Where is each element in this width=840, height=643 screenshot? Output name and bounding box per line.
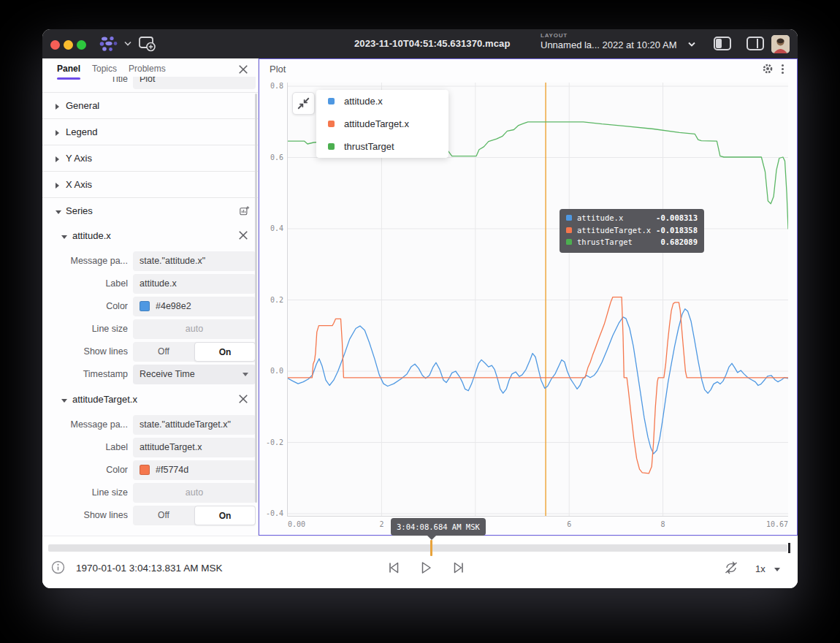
data-source-title[interactable]: 2023-11-10T04:51:45.631370.mcap bbox=[354, 38, 522, 49]
y-tick-label: -0.2 bbox=[266, 438, 283, 446]
playback-controls bbox=[386, 560, 467, 579]
section-series[interactable]: Series bbox=[42, 197, 258, 224]
chevron-right-icon bbox=[56, 156, 59, 162]
color-input[interactable]: #4e98e2 bbox=[133, 297, 256, 316]
layout-selector[interactable]: LAYOUT Unnamed la... 2022 at 10:20 AM bbox=[541, 32, 687, 50]
plot-panel-header: Plot bbox=[259, 59, 797, 78]
chevron-down-icon bbox=[61, 399, 67, 403]
color-input[interactable]: #f5774d bbox=[133, 460, 256, 480]
color-swatch[interactable] bbox=[140, 465, 150, 475]
label-input[interactable]: attitudeTarget.x bbox=[133, 438, 256, 457]
collapse-arrows-icon bbox=[293, 93, 314, 114]
label-input[interactable]: attitude.x bbox=[133, 274, 256, 294]
line-size-input[interactable]: auto bbox=[133, 483, 256, 503]
remove-series-icon[interactable] bbox=[238, 394, 248, 404]
seek-backward-button[interactable] bbox=[386, 560, 402, 576]
sidebar-scrollbar[interactable] bbox=[255, 94, 257, 503]
chevron-down-icon bbox=[56, 210, 61, 214]
tooltip-swatch bbox=[566, 215, 572, 221]
right-sidebar-toggle[interactable] bbox=[747, 37, 764, 50]
tab-panel[interactable]: Panel bbox=[57, 64, 80, 74]
legend-item-attitude-target-x[interactable]: attitudeTarget.x bbox=[316, 113, 448, 135]
chevron-right-icon bbox=[56, 104, 59, 110]
show-lines-on[interactable]: On bbox=[194, 342, 256, 362]
legend-swatch[interactable] bbox=[328, 143, 335, 150]
message-path-input[interactable]: state."attitude.x" bbox=[133, 251, 256, 271]
maximize-window-button[interactable] bbox=[77, 40, 86, 50]
minimize-window-button[interactable] bbox=[64, 40, 73, 50]
label-label: Label bbox=[42, 442, 128, 452]
x-tick-label: 2 bbox=[379, 520, 383, 528]
chevron-down-icon bbox=[61, 235, 67, 239]
tab-problems[interactable]: Problems bbox=[129, 64, 166, 74]
playback-end-marker bbox=[788, 543, 790, 553]
series-fields-attitude-x: Message pa... state."attitude.x" Label a… bbox=[42, 248, 258, 384]
title-field-label: Title bbox=[42, 77, 128, 84]
show-lines-on[interactable]: On bbox=[194, 506, 256, 525]
y-tick-label: 0.4 bbox=[270, 224, 283, 232]
show-lines-off[interactable]: Off bbox=[133, 506, 194, 525]
chevron-right-icon bbox=[56, 130, 59, 136]
section-legend[interactable]: Legend bbox=[42, 118, 258, 145]
layout-label: LAYOUT bbox=[541, 32, 687, 39]
color-label: Color bbox=[42, 301, 128, 311]
play-button[interactable] bbox=[418, 560, 434, 576]
timestamp-select[interactable]: Receive Time bbox=[133, 365, 256, 384]
section-y-axis[interactable]: Y Axis bbox=[42, 145, 258, 171]
info-icon[interactable] bbox=[51, 560, 65, 574]
panel-settings-gear-icon[interactable] bbox=[762, 63, 774, 75]
legend-item-thrust-target[interactable]: thrustTarget bbox=[316, 135, 448, 158]
timestamp-label: Timestamp bbox=[42, 369, 128, 379]
y-tick-label: 0.0 bbox=[270, 367, 283, 375]
legend-item-attitude-x[interactable]: attitude.x bbox=[316, 90, 448, 113]
legend-swatch[interactable] bbox=[328, 121, 335, 127]
add-series-icon[interactable] bbox=[240, 205, 250, 216]
chevron-down-icon bbox=[243, 373, 248, 376]
playback-playhead[interactable] bbox=[430, 540, 432, 556]
scrubber-hover-tooltip: 3:04:08.684 AM MSK bbox=[391, 518, 486, 536]
left-sidebar-toggle[interactable] bbox=[714, 37, 731, 50]
legend-collapse-button[interactable] bbox=[292, 92, 315, 115]
playback-timestamp: 1970-01-01 3:04:13.831 AM MSK bbox=[76, 563, 222, 574]
y-tick-label: 0.2 bbox=[270, 296, 283, 304]
message-path-label: Message pa... bbox=[42, 256, 128, 266]
series-header-attitude-x[interactable]: attitude.x bbox=[42, 224, 258, 248]
label-label: Label bbox=[42, 278, 128, 289]
message-path-input[interactable]: state."attitudeTarget.x" bbox=[133, 415, 256, 435]
title-field[interactable]: Plot bbox=[133, 77, 256, 89]
section-general[interactable]: General bbox=[42, 92, 258, 118]
loop-disabled-icon[interactable] bbox=[723, 560, 739, 575]
foxglove-logo-icon[interactable] bbox=[98, 34, 121, 53]
plot-panel-title: Plot bbox=[270, 64, 286, 75]
line-size-input[interactable]: auto bbox=[133, 319, 256, 339]
close-window-button[interactable] bbox=[50, 40, 60, 50]
playback-bar: 1970-01-01 3:04:13.831 AM MSK 1x bbox=[42, 536, 798, 588]
app-window: 2023-11-10T04:51:45.631370.mcap LAYOUT U… bbox=[42, 29, 798, 588]
chevron-right-icon bbox=[56, 183, 59, 189]
section-x-axis[interactable]: X Axis bbox=[42, 171, 258, 197]
color-swatch[interactable] bbox=[140, 301, 150, 311]
chevron-down-icon[interactable] bbox=[774, 568, 780, 571]
series-header-attitude-target-x[interactable]: attitudeTarget.x bbox=[42, 387, 258, 412]
x-tick-label: 0.00 bbox=[288, 520, 305, 528]
line-size-label: Line size bbox=[42, 487, 128, 498]
user-avatar[interactable] bbox=[771, 35, 790, 53]
tooltip-row: attitudeTarget.x -0.018358 bbox=[566, 225, 698, 237]
legend-swatch[interactable] bbox=[328, 98, 335, 104]
tooltip-row: thrustTarget 0.682089 bbox=[566, 237, 698, 249]
add-panel-icon[interactable] bbox=[138, 36, 157, 53]
layout-name: Unnamed la... 2022 at 10:20 AM bbox=[541, 39, 687, 50]
titlebar: 2023-11-10T04:51:45.631370.mcap LAYOUT U… bbox=[42, 29, 798, 58]
data-source-chevron-icon[interactable] bbox=[124, 41, 131, 46]
show-lines-off[interactable]: Off bbox=[133, 342, 194, 362]
panel-menu-kebab-icon[interactable] bbox=[777, 63, 787, 75]
playback-scrubber[interactable] bbox=[48, 544, 787, 552]
playback-speed[interactable]: 1x bbox=[755, 563, 765, 574]
seek-forward-button[interactable] bbox=[451, 560, 467, 576]
tooltip-swatch bbox=[566, 239, 572, 245]
close-sidebar-icon[interactable] bbox=[238, 64, 248, 75]
show-lines-label: Show lines bbox=[42, 510, 128, 520]
tab-topics[interactable]: Topics bbox=[92, 64, 117, 74]
layout-chevron-icon[interactable] bbox=[688, 42, 695, 47]
remove-series-icon[interactable] bbox=[238, 230, 248, 240]
